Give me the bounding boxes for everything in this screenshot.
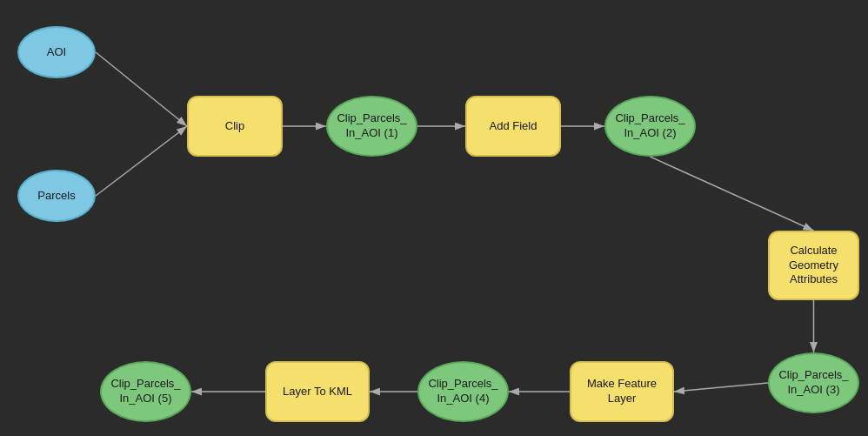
node-clip[interactable]: Clip xyxy=(187,96,283,157)
svg-line-2 xyxy=(96,126,187,196)
node-make_feature_layer[interactable]: Make Feature Layer xyxy=(570,361,674,422)
node-layer_to_kml[interactable]: Layer To KML xyxy=(265,361,370,422)
node-aoi[interactable]: AOI xyxy=(17,26,96,78)
svg-line-1 xyxy=(96,52,187,126)
node-add_field[interactable]: Add Field xyxy=(465,96,561,157)
node-calc_geom[interactable]: Calculate Geometry Attributes xyxy=(768,231,859,300)
node-clip_parcels_1[interactable]: Clip_Parcels_ In_AOI (1) xyxy=(326,96,417,157)
node-clip_parcels_3[interactable]: Clip_Parcels_ In_AOI (3) xyxy=(768,352,859,413)
workflow-canvas: AOIParcelsClipClip_Parcels_ In_AOI (1)Ad… xyxy=(0,0,868,436)
node-clip_parcels_2[interactable]: Clip_Parcels_ In_AOI (2) xyxy=(604,96,696,157)
svg-line-6 xyxy=(651,157,814,231)
svg-line-8 xyxy=(674,383,768,392)
node-clip_parcels_5[interactable]: Clip_Parcels_ In_AOI (5) xyxy=(100,361,191,422)
node-clip_parcels_4[interactable]: Clip_Parcels_ In_AOI (4) xyxy=(417,361,509,422)
node-parcels[interactable]: Parcels xyxy=(17,170,96,222)
